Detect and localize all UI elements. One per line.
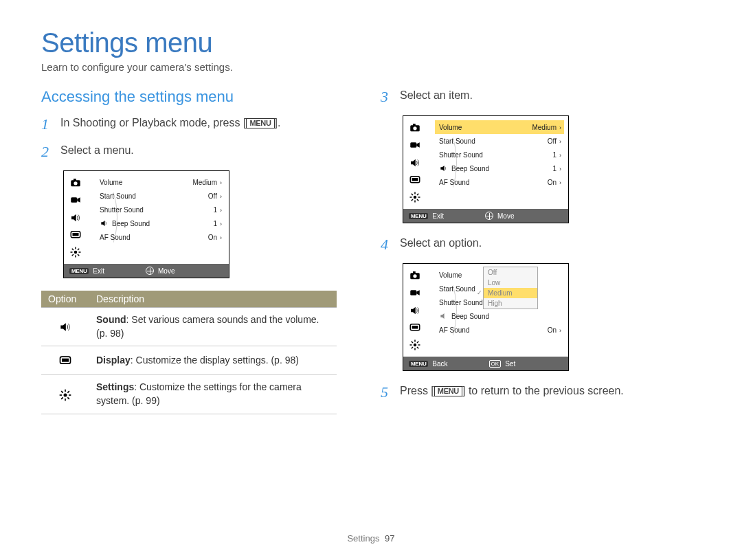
svg-line-11: [72, 249, 74, 250]
table-row: Settings: Customize the settings for the…: [41, 375, 337, 414]
table-head-description: Description: [89, 291, 337, 308]
svg-line-40: [417, 194, 418, 195]
nav-icon: [146, 267, 154, 275]
svg-point-6: [74, 251, 78, 254]
menu-row: AF Sound On›: [435, 175, 564, 189]
gear-icon: [408, 339, 422, 351]
step-number: 3: [381, 89, 392, 104]
sidebar-arc: [425, 120, 434, 205]
svg-line-14: [78, 249, 79, 250]
step-number: 4: [381, 237, 392, 252]
step-number: 5: [381, 385, 392, 400]
menu-row: Start Sound: [435, 282, 564, 295]
step-text: Select an item.: [400, 88, 473, 103]
step-text: Press [MENU] to return to the previous s…: [400, 383, 624, 399]
svg-line-25: [67, 391, 69, 393]
display-icon: [408, 322, 422, 334]
table-head-option: Option: [41, 291, 89, 308]
svg-line-55: [417, 341, 418, 343]
sound-icon: [439, 164, 449, 173]
video-icon: [408, 139, 422, 151]
step-4: 4 Select an option.: [381, 236, 676, 252]
ok-icon: OK: [489, 360, 502, 368]
table-cell-desc: Settings: Customize the settings for the…: [89, 375, 337, 414]
camera-icon: [408, 269, 422, 282]
svg-rect-44: [410, 291, 416, 296]
step-text: Select a menu.: [60, 143, 134, 158]
menu-row: AF Sound On›: [95, 230, 225, 244]
menu-row: AF Sound On›: [435, 323, 564, 337]
svg-line-22: [61, 391, 63, 393]
camera-icon: [408, 122, 422, 134]
svg-line-12: [78, 254, 79, 256]
step-1: 1 In Shooting or Playback mode, press [M…: [41, 115, 337, 132]
section-heading: Accessing the settings menu: [41, 88, 337, 106]
svg-line-54: [412, 347, 413, 348]
svg-line-53: [417, 347, 418, 348]
camera-menu-list: Volume Medium› Start Sound Off› Shutter …: [94, 175, 225, 260]
svg-point-1: [74, 181, 77, 185]
gear-icon: [408, 191, 422, 203]
camera-screen-select-option: Volume Off Low Medium High Start Sound: [403, 263, 569, 371]
gear-icon: [41, 375, 89, 414]
gear-icon: [69, 246, 82, 258]
option-item: Off: [484, 267, 537, 278]
svg-rect-5: [73, 233, 79, 236]
menu-button-label: MENU: [434, 386, 462, 396]
camera-sidebar: [65, 175, 86, 260]
svg-line-38: [417, 199, 418, 201]
camera-sidebar: [405, 120, 425, 205]
svg-point-32: [414, 196, 417, 199]
menu-row: Volume Off Low Medium High: [435, 268, 564, 282]
video-icon: [69, 194, 82, 206]
camera-sidebar: [405, 268, 425, 352]
menu-pill-icon: MENU: [69, 268, 89, 274]
menu-row: Start Sound Off›: [435, 134, 564, 148]
sidebar-arc: [425, 268, 434, 352]
menu-row: Volume Medium›: [95, 175, 225, 189]
sound-icon: [100, 219, 109, 228]
camera-screen-select-menu: Volume Medium› Start Sound Off› Shutter …: [63, 170, 229, 278]
menu-row: Shutter Sound 1›: [435, 148, 564, 161]
sound-icon: [439, 311, 449, 321]
step-number: 1: [41, 117, 52, 132]
menu-pill-icon: MENU: [409, 213, 428, 219]
menu-button-label: MENU: [246, 118, 274, 128]
svg-line-37: [412, 194, 413, 195]
camera-footer: MENUExit Move: [403, 209, 568, 223]
svg-point-27: [413, 126, 416, 130]
svg-rect-16: [62, 359, 69, 362]
table-cell-desc: Display: Customize the display settings.…: [89, 346, 337, 375]
camera-icon: [69, 177, 82, 189]
menu-row: Start Sound Off›: [95, 189, 225, 203]
nav-icon: [485, 212, 493, 220]
menu-row: Beep Sound 1›: [435, 161, 564, 175]
sound-icon: [41, 308, 89, 346]
svg-point-42: [413, 274, 416, 278]
svg-point-17: [64, 393, 67, 396]
svg-rect-31: [412, 178, 418, 181]
camera-footer: MENUExit Move: [64, 264, 229, 278]
step-text: In Shooting or Playback mode, press [MEN…: [60, 115, 280, 131]
step-5: 5 Press [MENU] to return to the previous…: [381, 383, 676, 400]
page-footer: Settings 97: [0, 533, 742, 544]
menu-pill-icon: MENU: [409, 361, 428, 367]
svg-rect-46: [412, 326, 418, 329]
svg-line-24: [61, 397, 63, 399]
svg-rect-3: [71, 198, 77, 203]
camera-menu-list: Volume Off Low Medium High Start Sound: [434, 268, 564, 352]
page-title: Settings menu: [41, 27, 701, 58]
menu-row-selected: Volume Medium›: [435, 120, 564, 134]
option-description-table: Option Description Sound: Set various ca…: [41, 291, 337, 414]
table-row: Sound: Set various camera sounds and the…: [41, 308, 337, 346]
video-icon: [408, 287, 422, 299]
sound-icon: [408, 304, 422, 317]
menu-row: Shutter Sound 1›: [95, 203, 225, 216]
svg-rect-43: [413, 271, 416, 273]
svg-rect-29: [410, 143, 416, 148]
step-3: 3 Select an item.: [381, 88, 676, 104]
step-2: 2 Select a menu.: [41, 143, 337, 159]
sound-icon: [69, 212, 82, 224]
camera-menu-list: Volume Medium› Start Sound Off› Shutter …: [434, 120, 564, 205]
step-text: Select an option.: [400, 236, 482, 251]
